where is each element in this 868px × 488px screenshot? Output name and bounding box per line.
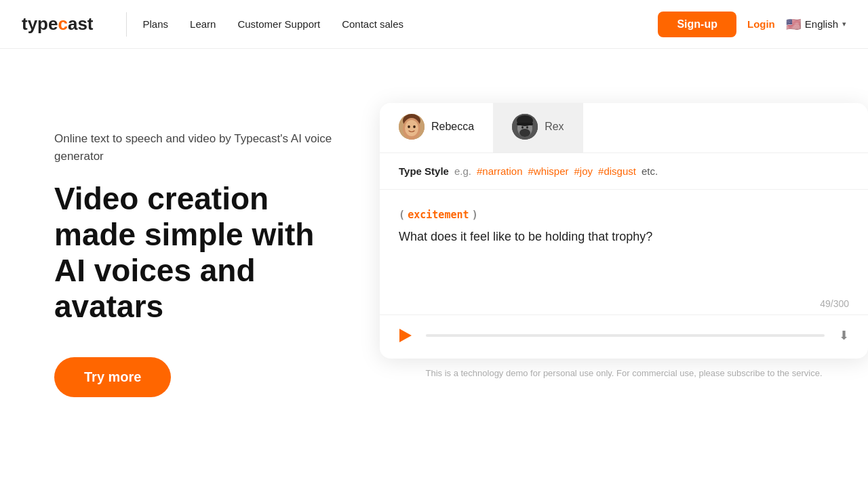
hero-left: Online text to speech and video by Typec… [54, 89, 353, 397]
demo-card: Rebecca [380, 103, 868, 359]
logo-o: c [58, 14, 67, 34]
play-button[interactable] [393, 323, 418, 348]
svg-rect-10 [517, 123, 533, 125]
svg-point-8 [519, 129, 530, 137]
download-icon: ⬇ [839, 328, 849, 343]
logo[interactable]: typecast [22, 14, 94, 35]
try-more-button[interactable]: Try more [54, 357, 171, 397]
tab-rebecca-label: Rebecca [431, 121, 474, 133]
content-area: ( excitement ) What does it feel like to… [380, 190, 868, 298]
logo-text: typecast [22, 14, 94, 35]
character-tabs: Rebecca [380, 103, 868, 153]
hero-section: Online text to speech and video by Typec… [0, 49, 868, 488]
tab-rex[interactable]: Rex [493, 103, 583, 152]
emotion-open-paren: ( [399, 209, 405, 221]
emotion-close-paren: ) [472, 209, 478, 221]
tag-joy[interactable]: #joy [574, 165, 593, 177]
tag-whisper[interactable]: #whisper [528, 165, 569, 177]
player-row: ⬇ [380, 314, 868, 359]
language-selector[interactable]: 🇺🇸 English ▾ [786, 17, 846, 32]
svg-point-12 [526, 126, 528, 128]
avatar-rex [512, 114, 538, 140]
character-counter: 49/300 [380, 298, 868, 314]
hero-right: Rebecca [380, 89, 868, 378]
demo-note: This is a technology demo for personal u… [425, 359, 822, 378]
avatar-rebecca [399, 114, 425, 140]
tag-etc: etc. [642, 165, 658, 177]
download-button[interactable]: ⬇ [833, 325, 854, 346]
signup-button[interactable]: Sign-up [658, 12, 736, 37]
counter-value: 49/300 [820, 298, 849, 309]
rex-avatar-svg [512, 114, 538, 140]
hero-title: Video creation made simple with AI voice… [54, 181, 353, 325]
nav-customer-support[interactable]: Customer Support [237, 18, 320, 30]
type-style-label: Type Style [399, 165, 449, 177]
nav-contact-sales[interactable]: Contact sales [342, 18, 403, 30]
nav-right: Sign-up Login 🇺🇸 English ▾ [658, 12, 846, 37]
navbar: typecast Plans Learn Customer Support Co… [0, 0, 868, 49]
nav-plans[interactable]: Plans [143, 18, 169, 30]
emotion-tag: ( excitement ) [399, 209, 849, 221]
type-style-row: Type Style e.g. #narration #whisper #joy… [380, 153, 868, 190]
tab-rex-label: Rex [545, 121, 564, 133]
svg-point-11 [521, 126, 524, 128]
login-link[interactable]: Login [747, 18, 775, 30]
emotion-word: excitement [408, 209, 469, 221]
rebecca-avatar-svg [399, 114, 425, 140]
tab-rebecca[interactable]: Rebecca [380, 103, 493, 152]
chevron-down-icon: ▾ [842, 20, 846, 28]
flag-icon: 🇺🇸 [786, 17, 801, 32]
progress-bar[interactable] [426, 334, 825, 337]
tag-disgust[interactable]: #disgust [598, 165, 636, 177]
nav-links: Plans Learn Customer Support Contact sal… [143, 18, 404, 30]
nav-divider [126, 12, 127, 37]
svg-point-3 [405, 120, 418, 136]
play-icon [399, 329, 412, 342]
content-text[interactable]: What does it feel like to be holding tha… [399, 228, 849, 246]
hero-subtitle: Online text to speech and video by Typec… [54, 130, 353, 165]
nav-learn[interactable]: Learn [190, 18, 216, 30]
svg-point-5 [413, 125, 416, 128]
svg-point-4 [408, 125, 410, 128]
language-label: English [805, 18, 838, 30]
type-style-eg: e.g. [454, 165, 471, 177]
tag-narration[interactable]: #narration [477, 165, 523, 177]
